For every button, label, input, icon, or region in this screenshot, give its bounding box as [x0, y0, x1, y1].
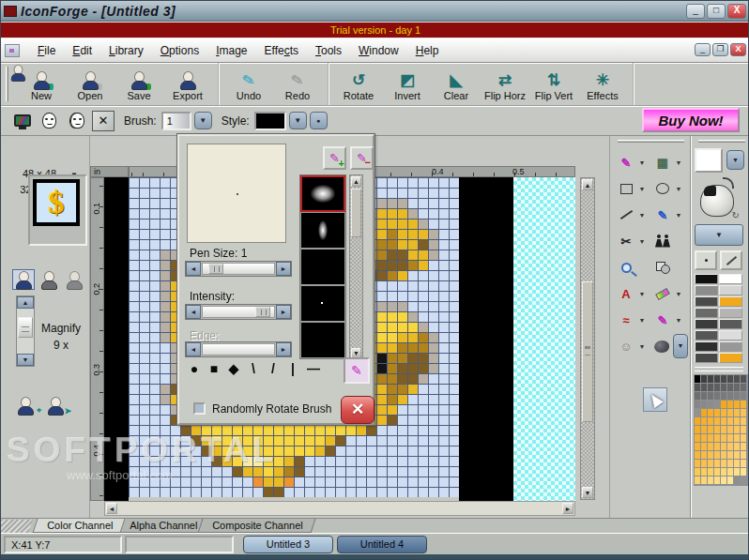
palette-cell[interactable]: [734, 451, 741, 460]
swatch-cell[interactable]: [695, 330, 718, 341]
foreground-color-dropdown-icon[interactable]: ▼: [726, 150, 744, 170]
palette-cell[interactable]: [721, 443, 727, 451]
document-tab-untitled-3[interactable]: Untitled 3: [243, 536, 333, 553]
palette-cell[interactable]: [727, 409, 734, 417]
palette-cell[interactable]: [695, 443, 701, 451]
brush-style-scatter-sparse[interactable]: [301, 323, 344, 357]
menu-file[interactable]: File: [29, 40, 64, 61]
transform-arrows-button[interactable]: ✕: [92, 111, 115, 131]
foreground-color-swatch[interactable]: [695, 148, 723, 173]
people-tool-button[interactable]: [651, 231, 674, 252]
palette-cell[interactable]: [721, 434, 727, 443]
palette-cell[interactable]: [721, 409, 727, 417]
mask-button[interactable]: [38, 111, 60, 131]
swatch-cell[interactable]: [695, 296, 718, 307]
tool-dropdown-icon[interactable]: ▼: [674, 291, 683, 297]
swatch-cell[interactable]: [695, 274, 718, 284]
palette-cell[interactable]: [708, 468, 714, 477]
menu-options[interactable]: Options: [152, 40, 207, 61]
palette-cell[interactable]: [708, 375, 714, 384]
panel-grip[interactable]: [618, 140, 684, 143]
palette-cell[interactable]: [701, 460, 708, 468]
palette-cell[interactable]: [734, 443, 741, 451]
palette-cell[interactable]: [721, 401, 727, 409]
panel-grip[interactable]: [698, 140, 745, 143]
brush-style-scrollbar[interactable]: ▲ ▼: [349, 174, 363, 360]
palette-cell[interactable]: [734, 417, 741, 426]
scroll-up-icon[interactable]: ▲: [351, 176, 361, 187]
swatch-cell[interactable]: [719, 330, 742, 341]
tool-dropdown-icon[interactable]: ▼: [637, 317, 647, 324]
pen-size-slider[interactable]: ◄ ►: [185, 261, 292, 277]
palette-cell[interactable]: [741, 417, 747, 426]
palette-cell[interactable]: [741, 401, 747, 409]
undo-button[interactable]: ✎Undo: [224, 65, 273, 103]
magnify-slider-thumb[interactable]: [18, 317, 33, 338]
palette-cell[interactable]: [714, 434, 721, 443]
palette-cell[interactable]: [708, 460, 714, 468]
palette-cell[interactable]: [734, 384, 741, 392]
intensity-thumb[interactable]: [255, 307, 270, 317]
palette-cell[interactable]: [714, 451, 721, 460]
brush-preview-box[interactable]: [187, 144, 286, 243]
pointer-tool-button[interactable]: [643, 387, 667, 412]
palette-cell[interactable]: [727, 477, 734, 485]
palette-cell[interactable]: [708, 434, 714, 443]
palette-cell[interactable]: [727, 392, 734, 401]
swatch-cell[interactable]: [695, 353, 718, 363]
pen-shape-6[interactable]: —: [307, 361, 318, 376]
library-search-button[interactable]: ⌖: [14, 395, 37, 416]
pattern-brush-tool-icon[interactable]: ✎: [651, 310, 674, 331]
swatch-cell[interactable]: [719, 308, 742, 318]
brush-style-scatter-dense[interactable]: [301, 286, 344, 321]
horizontal-scrollbar[interactable]: ◄ ►: [104, 501, 575, 516]
palette-cell[interactable]: [734, 392, 741, 401]
pen-shape-3[interactable]: \: [248, 361, 259, 376]
palette-cell[interactable]: [734, 409, 741, 417]
palette-cell[interactable]: [701, 434, 708, 443]
palette-cell[interactable]: [727, 384, 734, 392]
slider-right-icon[interactable]: ►: [276, 262, 291, 276]
flip-vert-button[interactable]: ⇅Flip Vert: [529, 65, 578, 103]
mdi-restore-button[interactable]: ❐: [712, 43, 728, 56]
palette-cell[interactable]: [741, 477, 747, 485]
palette-cell[interactable]: [714, 384, 721, 392]
brush-style-vertical-blob[interactable]: [301, 213, 344, 248]
palette-cell[interactable]: [695, 468, 701, 477]
slider-right-icon[interactable]: ►: [276, 305, 291, 319]
palette-cell[interactable]: [727, 375, 734, 384]
palette-cell[interactable]: [734, 468, 741, 477]
palette-cell[interactable]: [741, 384, 747, 392]
palette-cell[interactable]: [701, 417, 708, 426]
menu-image[interactable]: Image: [207, 40, 255, 61]
randomly-rotate-checkbox[interactable]: [193, 402, 206, 415]
scroll-down-icon[interactable]: ▼: [582, 487, 593, 498]
brush-style-scatter-fine[interactable]: [301, 250, 344, 284]
open-button[interactable]: Open: [66, 65, 115, 103]
slider-left-icon[interactable]: ◄: [186, 262, 201, 276]
close-button[interactable]: X: [727, 4, 746, 19]
palette-cell[interactable]: [741, 460, 747, 468]
brush-tool-icon[interactable]: ✎: [615, 152, 637, 174]
pen-size-thumb[interactable]: [208, 264, 223, 274]
tool-dropdown-icon[interactable]: ▼: [637, 238, 647, 245]
menu-tools[interactable]: Tools: [307, 40, 350, 61]
palette-cell[interactable]: [741, 409, 747, 417]
system-menu-button[interactable]: [5, 44, 20, 57]
tool-dropdown-icon[interactable]: ▼: [674, 159, 683, 166]
tool-dropdown-icon[interactable]: ▼: [637, 343, 647, 350]
clear-button[interactable]: ◣Clear: [432, 65, 481, 103]
palette-cell[interactable]: [701, 426, 708, 434]
palette-cell[interactable]: [708, 417, 714, 426]
tool-dropdown-icon[interactable]: ▼: [674, 317, 683, 324]
menu-window[interactable]: Window: [350, 40, 407, 61]
palette-cell[interactable]: [695, 477, 701, 485]
palette-cell[interactable]: [721, 477, 727, 485]
ellipse-tool-button[interactable]: [651, 178, 674, 200]
palette-cell[interactable]: [714, 426, 721, 434]
brush-style-radial-blob[interactable]: [301, 176, 344, 211]
palette-cell[interactable]: [721, 451, 727, 460]
palette-cell[interactable]: [741, 451, 747, 460]
palette-cell[interactable]: [721, 375, 727, 384]
palette-cell[interactable]: [741, 375, 747, 384]
